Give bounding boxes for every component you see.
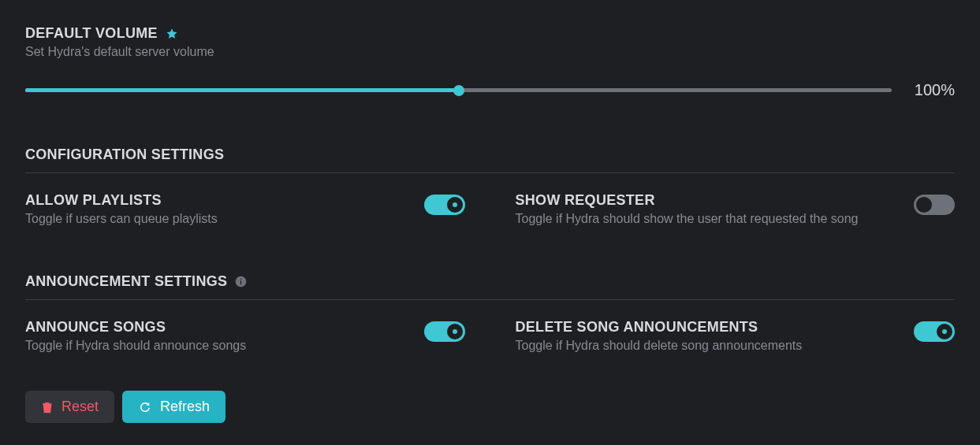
announce-songs-toggle[interactable] [424, 321, 465, 342]
delete-announcements-toggle[interactable] [914, 321, 955, 342]
delete-announcements-desc: Toggle if Hydra should delete song annou… [516, 339, 896, 353]
delete-announcements-title: DELETE SONG ANNOUNCEMENTS [516, 319, 896, 336]
volume-title: DEFAULT VOLUME [25, 25, 158, 42]
announce-songs-desc: Toggle if Hydra should announce songs [25, 339, 405, 353]
allow-playlists-desc: Toggle if users can queue playlists [25, 212, 405, 226]
svg-rect-1 [240, 280, 241, 284]
allow-playlists-toggle[interactable] [424, 195, 465, 215]
announcement-section-title: ANNOUNCEMENT SETTINGS [25, 273, 227, 290]
reset-button[interactable]: Reset [25, 391, 114, 423]
volume-slider-thumb[interactable] [453, 85, 464, 96]
allow-playlists-title: ALLOW PLAYLISTS [25, 192, 405, 209]
trash-icon [41, 400, 54, 414]
announce-songs-title: ANNOUNCE SONGS [25, 319, 405, 336]
volume-value: 100% [911, 81, 955, 99]
show-requester-title: SHOW REQUESTER [516, 192, 896, 209]
svg-rect-2 [240, 279, 241, 280]
refresh-button[interactable]: Refresh [122, 391, 225, 423]
divider [25, 172, 955, 173]
show-requester-toggle[interactable] [914, 195, 955, 215]
star-icon [166, 28, 178, 40]
volume-desc: Set Hydra's default server volume [25, 45, 955, 59]
divider [25, 299, 955, 300]
volume-slider[interactable] [25, 88, 892, 92]
config-section-title: CONFIGURATION SETTINGS [25, 146, 224, 162]
refresh-label: Refresh [160, 399, 210, 415]
refresh-icon [138, 400, 152, 414]
reset-label: Reset [61, 399, 99, 415]
info-icon[interactable] [235, 276, 247, 287]
show-requester-desc: Toggle if Hydra should show the user tha… [516, 212, 896, 226]
